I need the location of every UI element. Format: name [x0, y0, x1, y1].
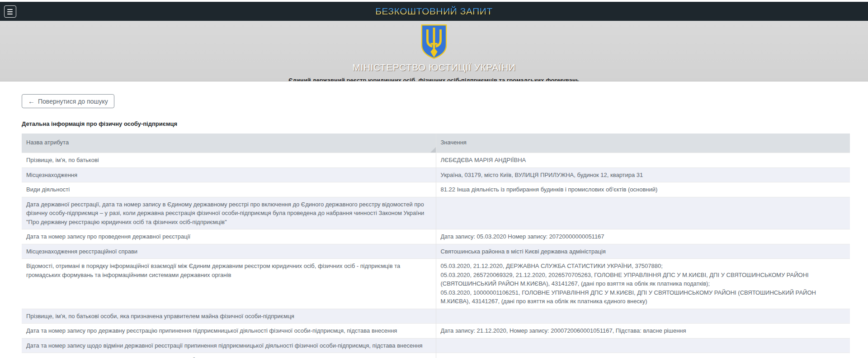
attribute-name-cell: Дата та номер запису про державну реєстр…	[22, 324, 436, 339]
attribute-value-cell: ЛЄБЄДЄВА МАРІЯ АНДРІЇВНА	[436, 153, 850, 168]
table-row: Місцезнаходження реєстраційної справиСвя…	[22, 244, 850, 259]
attribute-value-cell	[436, 309, 850, 324]
attribute-name-cell: Дата державної реєстрації, дата та номер…	[22, 197, 436, 229]
table-row: Дата та номер запису про державну реєстр…	[22, 324, 850, 339]
table-row: Дата державної реєстрації, дата та номер…	[22, 197, 850, 229]
ministry-title: МІНІСТЕРСТВО ЮСТИЦІЇ УКРАЇНИ	[0, 62, 868, 73]
attribute-value-cell: 05.03.2020, 21.12.2020, ДЕРЖАВНА СЛУЖБА …	[436, 259, 850, 309]
attributes-table: Назва атрибута Значення Прізвище, ім'я, …	[22, 134, 850, 358]
table-row: Прізвище, ім'я, по батьковіЛЄБЄДЄВА МАРІ…	[22, 153, 850, 168]
hamburger-icon	[7, 9, 13, 10]
registry-subtitle: Єдиний державний реєстр юридичних осіб, …	[0, 77, 868, 81]
column-header-attribute: Назва атрибута	[22, 134, 436, 153]
column-header-value: Значення	[436, 134, 850, 153]
attribute-value-cell: Україна, 03179, місто Київ, ВУЛИЦЯ ПРИЛУ…	[436, 167, 850, 182]
attribute-name-cell: Дата та номер запису про проведення держ…	[22, 229, 436, 244]
back-button-label: Повернутися до пошуку	[38, 98, 108, 105]
table-row: Дата та номер запису про проведення держ…	[22, 229, 850, 244]
table-header-row: Назва атрибута Значення	[22, 134, 850, 153]
attribute-name-cell: Види діяльності	[22, 182, 436, 197]
attribute-value-cell	[436, 338, 850, 353]
attribute-value-cell: Дата запису: 21.12.2020, Номер запису: 2…	[436, 324, 850, 339]
attribute-value-cell: 81.22 Інша діяльність із прибирання буди…	[436, 182, 850, 197]
left-arrow-icon: ←	[28, 97, 35, 105]
attribute-name-cell: Місцезнаходження	[22, 167, 436, 182]
table-row: Види діяльності81.22 Інша діяльність із …	[22, 182, 850, 197]
table-row: Відомості, отримані в порядку інформацій…	[22, 259, 850, 309]
ministry-header: МІНІСТЕРСТВО ЮСТИЦІЇ УКРАЇНИ Єдиний держ…	[0, 21, 868, 81]
page-title: БЕЗКОШТОВНИЙ ЗАПИТ	[375, 6, 492, 17]
attribute-name-cell: Прізвище, ім'я, по батькові	[22, 153, 436, 168]
attribute-value-cell	[436, 197, 850, 229]
attributes-table-body: Прізвище, ім'я, по батьковіЛЄБЄДЄВА МАРІ…	[22, 153, 850, 358]
hamburger-menu-button[interactable]	[4, 5, 16, 18]
attribute-value-cell: Дата запису: 05.03.2020 Номер запису: 20…	[436, 229, 850, 244]
top-navbar: БЕЗКОШТОВНИЙ ЗАПИТ	[0, 2, 868, 21]
attribute-name-cell: Дата та номер запису щодо відміни держав…	[22, 338, 436, 353]
table-row: Дата та номер запису щодо відміни держав…	[22, 338, 850, 353]
back-to-search-button[interactable]: ← Повернутися до пошуку	[22, 94, 114, 108]
attribute-name-cell: Місцезнаходження реєстраційної справи	[22, 244, 436, 259]
attribute-name-cell: Дата відкриття виконавчого провадження щ…	[22, 353, 436, 358]
attribute-value-cell	[436, 353, 850, 358]
table-row: Дата відкриття виконавчого провадження щ…	[22, 353, 850, 358]
attribute-name-cell: Відомості, отримані в порядку інформацій…	[22, 259, 436, 309]
main-content: ← Повернутися до пошуку Детальна інформа…	[0, 81, 868, 358]
section-title: Детальна інформація про фізичну особу-пі…	[22, 120, 850, 127]
attribute-value-cell: Святошинська районна в місті Києві держа…	[436, 244, 850, 259]
ukraine-trident-emblem	[420, 24, 448, 61]
table-row: Прізвище, ім'я, по батькові особи, яка п…	[22, 309, 850, 324]
table-row: МісцезнаходженняУкраїна, 03179, місто Ки…	[22, 167, 850, 182]
attribute-name-cell: Прізвище, ім'я, по батькові особи, яка п…	[22, 309, 436, 324]
